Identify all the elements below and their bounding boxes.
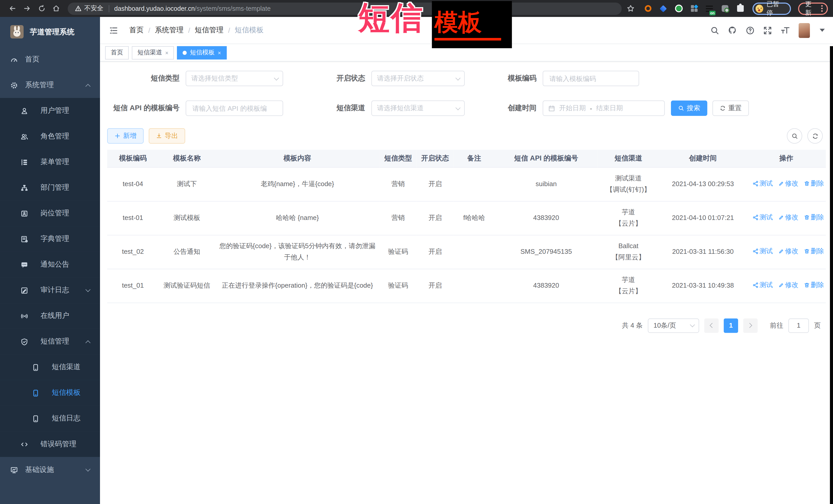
app-title: 芋道管理系统 [30, 27, 74, 37]
chevron-down-icon [86, 466, 91, 472]
search-button[interactable]: 搜索 [671, 100, 707, 116]
main-area: 首页/ 系统管理/ 短信管理/ 短信模板 首页 短信渠道× 短信模板× [100, 17, 833, 504]
delete-link[interactable]: 删除 [804, 178, 824, 189]
sidebar-item-posts[interactable]: 岗位管理 [0, 200, 100, 226]
sidebar-item-roles[interactable]: 角色管理 [0, 124, 100, 149]
edit-link[interactable]: 修改 [778, 178, 799, 189]
extension-y-icon[interactable] [674, 4, 683, 13]
sidebar-item-departments[interactable]: 部门管理 [0, 175, 100, 200]
sms-type-select[interactable]: 请选择短信类型 [186, 71, 283, 86]
show-search-icon-button[interactable] [787, 128, 802, 144]
breadcrumb-home[interactable]: 首页 [129, 26, 144, 35]
help-icon[interactable] [746, 26, 755, 34]
sidebar-item-error-codes[interactable]: 错误码管理 [0, 431, 100, 457]
collapse-sidebar-icon[interactable] [109, 26, 118, 34]
sidebar-item-sms[interactable]: 短信管理 [0, 329, 100, 354]
breadcrumb-sms[interactable]: 短信管理 [195, 26, 223, 35]
sidebar-item-notice[interactable]: 通知公告 [0, 252, 100, 278]
chevron-down-icon [86, 287, 91, 292]
edit-link[interactable]: 修改 [778, 212, 799, 223]
reload-icon[interactable] [34, 5, 49, 12]
tab-sms-template[interactable]: 短信模板× [177, 46, 227, 59]
delete-link[interactable]: 删除 [804, 280, 824, 291]
users-icon [21, 133, 28, 140]
sidebar-item-sms-channel[interactable]: 短信渠道 [0, 354, 100, 380]
sidebar-item-menus[interactable]: 菜单管理 [0, 149, 100, 175]
current-page-button[interactable]: 1 [724, 318, 738, 333]
test-link[interactable]: 测试 [752, 178, 773, 189]
security-warning[interactable]: 不安全 [75, 4, 103, 13]
bookmark-star-icon[interactable] [627, 5, 635, 12]
browser-menu-icon[interactable] [821, 5, 823, 12]
breadcrumb-system[interactable]: 系统管理 [155, 26, 184, 35]
close-icon[interactable]: × [218, 49, 221, 56]
avatar[interactable] [799, 23, 810, 38]
reset-button[interactable]: 重置 [713, 100, 749, 116]
extension-grid-icon[interactable] [690, 4, 698, 13]
prev-page-button[interactable] [704, 318, 719, 333]
status-select[interactable]: 请选择开启状态 [371, 71, 465, 86]
extension-puzzle-icon[interactable] [736, 4, 744, 13]
next-page-button[interactable] [743, 318, 758, 333]
sidebar-item-home[interactable]: 首页 [0, 47, 100, 72]
sidebar-item-dict[interactable]: 字典管理 [0, 226, 100, 252]
forward-icon[interactable] [20, 5, 34, 12]
sms-type-label: 短信类型 [107, 74, 180, 83]
github-icon[interactable] [728, 26, 737, 35]
test-link[interactable]: 测试 [752, 280, 773, 291]
total-count: 共 4 条 [622, 321, 643, 330]
badge-icon [21, 210, 28, 217]
delete-link[interactable]: 删除 [804, 246, 824, 257]
template-code-label: 模板编码 [492, 74, 537, 83]
channel-select[interactable]: 请选择短信渠道 [371, 100, 465, 116]
sidebar-item-infrastructure[interactable]: 基础设施 [0, 457, 100, 483]
chevron-down-icon [274, 75, 279, 80]
extension-kite-icon[interactable] [659, 4, 667, 13]
extension-list-icon[interactable]: on [705, 4, 714, 13]
monitor-icon [10, 466, 18, 474]
test-link[interactable]: 测试 [752, 212, 773, 223]
edit-link[interactable]: 修改 [778, 280, 799, 291]
tab-home[interactable]: 首页 [105, 46, 129, 59]
sidebar-item-sms-log[interactable]: 短信日志 [0, 406, 100, 431]
date-range-picker[interactable]: 开始日期 - 结束日期 [543, 100, 665, 116]
update-button[interactable]: 更新 [798, 2, 828, 15]
template-code-input[interactable] [548, 74, 634, 83]
delete-link[interactable]: 删除 [804, 212, 824, 223]
app-logo[interactable]: 芋道管理系统 [0, 17, 100, 47]
home-icon[interactable] [49, 5, 64, 12]
avatar-caret-icon[interactable] [820, 29, 825, 32]
sidebar-item-online-users[interactable]: 在线用户 [0, 303, 100, 329]
profile-chip[interactable]: 已暂停 [753, 2, 791, 15]
goto-page-input[interactable] [788, 318, 809, 333]
add-button[interactable]: 新增 [107, 128, 144, 144]
url-host: dashboard.yudao.iocoder.cn [114, 5, 195, 12]
sidebar-item-system[interactable]: 系统管理 [0, 72, 100, 98]
chevron-down-icon [690, 322, 695, 327]
profile-badge-label: 已暂停 [766, 0, 785, 17]
api-template-id-input[interactable] [191, 104, 278, 113]
refresh-icon-button[interactable] [807, 128, 823, 144]
pagination: 共 4 条 10条/页 1 前往 页 [107, 318, 826, 333]
test-link[interactable]: 测试 [752, 246, 773, 257]
back-icon[interactable] [5, 5, 20, 12]
sidebar-item-sms-template[interactable]: 短信模板 [0, 380, 100, 406]
fullscreen-icon[interactable] [763, 26, 772, 34]
export-button[interactable]: 导出 [149, 128, 185, 144]
extension-blob-icon[interactable] [721, 4, 729, 13]
font-size-icon[interactable] [781, 26, 790, 35]
close-icon[interactable]: × [165, 49, 168, 56]
top-header: 首页/ 系统管理/ 短信管理/ 短信模板 [100, 17, 833, 44]
sms-template-table: 模板编码 模板名称 模板内容 短信类型 开启状态 备注 短信 API 的模板编号… [107, 150, 826, 303]
update-label: 更新 [805, 0, 817, 17]
extension-orange-icon[interactable] [644, 4, 652, 13]
sidebar-item-audit-log[interactable]: 审计日志 [0, 278, 100, 303]
page-content: 短信类型 请选择短信类型 开启状态 请选择开启状态 模板编码 短信 API 的模… [100, 62, 833, 333]
url-bar[interactable]: 不安全 dashboard.yudao.iocoder.cn/system/sm… [68, 2, 622, 15]
sidebar-item-users[interactable]: 用户管理 [0, 98, 100, 124]
header-search-icon[interactable] [710, 26, 719, 34]
window-scrollbar[interactable] [830, 46, 833, 504]
edit-link[interactable]: 修改 [778, 246, 799, 257]
tab-sms-channel[interactable]: 短信渠道× [132, 46, 174, 59]
page-size-select[interactable]: 10条/页 [648, 318, 699, 333]
